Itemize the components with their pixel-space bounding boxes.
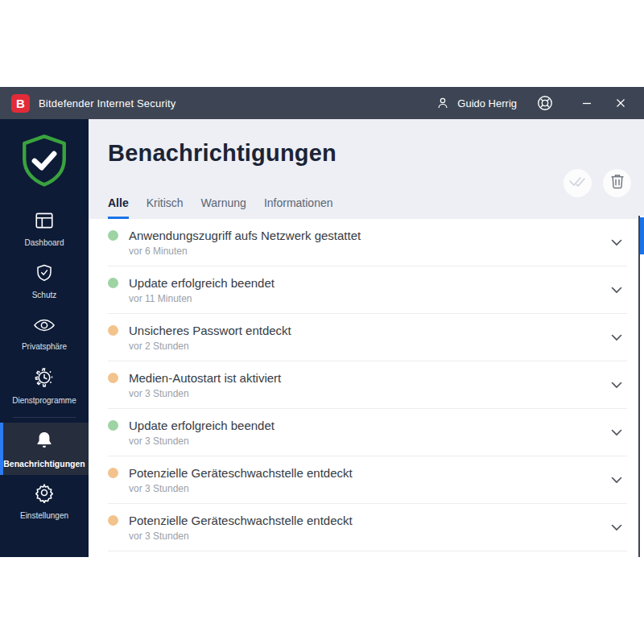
sidebar-item-label: Benachrichtigungen: [3, 459, 85, 469]
chevron-down-icon[interactable]: [611, 382, 627, 389]
sidebar-item-label: Privatsphäre: [22, 342, 67, 351]
tab-informationen[interactable]: Informationen: [264, 196, 333, 219]
severity-dot: [108, 373, 118, 383]
notification-time: vor 2 Stunden: [129, 341, 291, 352]
chevron-down-icon[interactable]: [611, 239, 627, 246]
mark-all-read-button[interactable]: [564, 169, 592, 197]
notification-row[interactable]: Potenzielle Geräteschwachstelle entdeckt…: [108, 456, 627, 504]
notification-row[interactable]: Update erfolgreich beendet vor 3 Stunden: [108, 409, 627, 456]
notification-title: Potenzielle Geräteschwachstelle entdeckt: [129, 466, 353, 480]
user-icon: [436, 96, 450, 110]
notification-title: Potenzielle Geräteschwachstelle entdeckt: [129, 514, 353, 527]
filter-tabs: Alle Kritisch Warnung Informationen: [108, 196, 333, 219]
sidebar-item-label: Einstellungen: [20, 511, 68, 520]
dashboard-icon: [34, 211, 55, 233]
utilities-gear-clock-icon: [34, 367, 55, 391]
chevron-down-icon[interactable]: [611, 334, 627, 341]
sidebar-item-dienstprogramme[interactable]: Dienstprogramme: [0, 360, 89, 412]
severity-dot: [108, 278, 118, 288]
close-icon[interactable]: [610, 93, 631, 114]
tab-kritisch[interactable]: Kritisch: [147, 196, 184, 219]
notification-title: Update erfolgreich beendet: [129, 419, 275, 432]
notification-row[interactable]: Medien-Autostart ist aktiviert vor 3 Stu…: [108, 361, 627, 409]
minimize-icon[interactable]: [576, 93, 597, 114]
notification-time: vor 11 Minuten: [129, 293, 275, 304]
gear-icon: [34, 482, 55, 506]
trash-icon: [610, 174, 625, 192]
chevron-down-icon[interactable]: [611, 477, 627, 484]
page-title: Benachrichtigungen: [108, 140, 625, 167]
sidebar-item-dashboard[interactable]: Dashboard: [0, 203, 89, 255]
notification-row[interactable]: Update erfolgreich beendet vor 11 Minute…: [108, 266, 627, 314]
notification-list: Anwendungszugriff aufs Netzwerk gestatte…: [89, 219, 638, 557]
notification-title: Update erfolgreich beendet: [129, 276, 275, 290]
notification-title: Anwendungszugriff aufs Netzwerk gestatte…: [129, 229, 361, 242]
main-panel: Benachrichtigungen Alle Kritisch Warnung…: [89, 119, 644, 557]
support-lifebuoy-icon[interactable]: [536, 94, 554, 112]
scrollbar-thumb[interactable]: [640, 217, 644, 254]
header-actions: [564, 169, 631, 197]
chevron-down-icon[interactable]: [611, 287, 627, 294]
sidebar-item-label: Dienstprogramme: [12, 396, 76, 405]
green-shield-check-logo: [0, 119, 89, 203]
notification-row[interactable]: Anwendungszugriff aufs Netzwerk gestatte…: [108, 219, 627, 266]
sidebar-item-einstellungen[interactable]: Einstellungen: [0, 475, 89, 527]
chevron-down-icon[interactable]: [611, 524, 627, 531]
bell-icon: [34, 430, 55, 454]
severity-dot: [108, 515, 118, 526]
tab-alle[interactable]: Alle: [108, 196, 129, 219]
bitdefender-logo-icon: B: [11, 94, 30, 113]
notification-time: vor 6 Minuten: [129, 246, 361, 257]
sidebar-divider: [13, 417, 76, 418]
severity-dot: [108, 230, 118, 241]
tab-warnung[interactable]: Warnung: [201, 196, 246, 219]
account-button[interactable]: Guido Herrig: [436, 96, 517, 110]
page-header: Benachrichtigungen Alle Kritisch Warnung…: [89, 119, 644, 219]
notification-time: vor 3 Stunden: [129, 388, 281, 399]
sidebar-item-label: Schutz: [32, 291, 57, 299]
notification-time: vor 3 Stunden: [129, 436, 275, 447]
bitdefender-window: B Bitdefender Internet Security Guido He…: [0, 87, 644, 557]
notification-time: vor 3 Stunden: [129, 530, 353, 542]
sidebar-item-schutz[interactable]: Schutz: [0, 255, 89, 308]
severity-dot: [108, 420, 118, 431]
eye-icon: [33, 316, 56, 337]
notification-title: Unsicheres Passwort entdeckt: [129, 324, 291, 337]
sidebar: Dashboard Schutz Priva: [0, 119, 89, 557]
notification-time: vor 3 Stunden: [129, 483, 353, 494]
notification-row[interactable]: Unsicheres Passwort entdeckt vor 2 Stund…: [108, 314, 627, 361]
sidebar-item-benachrichtigungen[interactable]: Benachrichtigungen: [0, 423, 89, 475]
sidebar-item-label: Dashboard: [25, 238, 64, 247]
severity-dot: [108, 325, 118, 336]
account-name: Guido Herrig: [457, 97, 517, 109]
notification-row[interactable]: Potenzielle Geräteschwachstelle entdeckt…: [108, 504, 627, 551]
notification-title: Medien-Autostart ist aktiviert: [129, 371, 281, 385]
chevron-down-icon[interactable]: [611, 429, 627, 436]
delete-all-button[interactable]: [603, 169, 631, 197]
scrollbar-track[interactable]: [638, 216, 644, 557]
sidebar-item-privatsphaere[interactable]: Privatsphäre: [0, 308, 89, 360]
double-check-icon: [568, 175, 588, 192]
severity-dot: [108, 468, 118, 478]
shield-check-icon: [35, 263, 54, 286]
title-bar: B Bitdefender Internet Security Guido He…: [0, 87, 644, 119]
app-title: Bitdefender Internet Security: [39, 97, 176, 109]
